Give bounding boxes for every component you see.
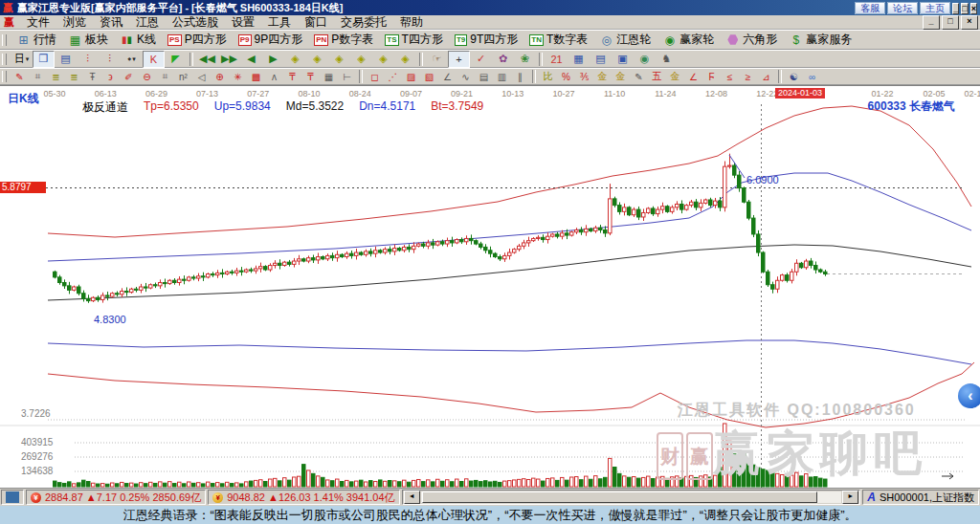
save-icon[interactable]: ▣ bbox=[612, 51, 634, 68]
analyze-tool-icon[interactable]: ❀ bbox=[514, 51, 536, 68]
mark-tool-icon[interactable]: ✓ bbox=[470, 51, 492, 68]
menu-江恩[interactable]: 江恩 bbox=[129, 15, 166, 30]
nav-first-icon[interactable]: ◀◀ bbox=[196, 51, 218, 68]
draw-wave-icon[interactable]: ʌ bbox=[265, 69, 283, 85]
mini-kline2-icon[interactable]: ⫶ bbox=[99, 51, 121, 68]
draw-ge-icon[interactable]: ≥ bbox=[739, 69, 757, 85]
close-button[interactable]: × bbox=[970, 3, 977, 14]
taiji-icon[interactable]: ☯ bbox=[785, 69, 803, 85]
draw-rail-icon[interactable]: ⊢ bbox=[338, 69, 356, 85]
draw-five-icon[interactable]: 五 bbox=[648, 69, 666, 85]
draw-par-icon[interactable]: ∥ bbox=[511, 69, 529, 85]
winner-wheel-button[interactable]: ◉赢家轮 bbox=[657, 31, 720, 49]
menu-设置[interactable]: 设置 bbox=[225, 15, 261, 30]
menu-公式选股[interactable]: 公式选股 bbox=[166, 15, 225, 30]
web-icon[interactable]: ◉ bbox=[634, 51, 656, 68]
draw-hlines2-icon[interactable]: ≣ bbox=[65, 69, 83, 85]
draw-f-icon[interactable]: Ϝ bbox=[702, 69, 721, 85]
draw-angle2-icon[interactable]: ∠ bbox=[438, 69, 457, 85]
gann-wheel-button[interactable]: ◎江恩轮 bbox=[593, 31, 657, 49]
titlebar-link-1[interactable]: 客服 bbox=[855, 2, 885, 14]
p-square-button[interactable]: PSP四方形 bbox=[162, 31, 233, 49]
draw-circle-icon[interactable]: ⊖ bbox=[138, 69, 156, 85]
hexagon-button[interactable]: 六角形 bbox=[720, 31, 783, 49]
titlebar-link-3[interactable]: 主页 bbox=[920, 2, 950, 14]
draw-box-icon[interactable]: ▩ bbox=[247, 69, 265, 85]
draw-pen-icon[interactable]: ✎ bbox=[11, 69, 29, 85]
p-number-table-button[interactable]: PNP数字表 bbox=[308, 31, 379, 49]
t-square-button[interactable]: TST四方形 bbox=[379, 31, 449, 49]
nav-next-icon[interactable]: ▶ bbox=[262, 51, 284, 68]
zoom-diamond-3-icon[interactable]: ◈ bbox=[328, 51, 350, 68]
t-number-table-button[interactable]: TNT数字表 bbox=[523, 31, 593, 49]
nav-last-icon[interactable]: ▶▶ bbox=[218, 51, 240, 68]
sidebar-drawer-button[interactable]: ‹ bbox=[958, 383, 980, 408]
draw-tri-icon[interactable]: ⊿ bbox=[757, 69, 775, 85]
draw-brush-icon[interactable]: ✎ bbox=[630, 69, 648, 85]
draw-percent5-icon[interactable]: ⅗ bbox=[575, 69, 593, 85]
zoom-diamond-4-icon[interactable]: ◈ bbox=[350, 51, 372, 68]
draw-sine-icon[interactable]: ∿ bbox=[457, 69, 475, 85]
order-icon[interactable]: ♞ bbox=[656, 51, 678, 68]
draw-frame-icon[interactable]: ◻ bbox=[366, 69, 384, 85]
kline-button[interactable]: ▮▮K线 bbox=[114, 31, 162, 49]
grid-view-button[interactable] bbox=[1, 490, 24, 505]
kline-type-icon[interactable]: K bbox=[143, 51, 165, 68]
quote-page-icon[interactable]: ▤ bbox=[55, 51, 77, 68]
draw-angle-icon[interactable]: ◁ bbox=[192, 69, 211, 85]
draw-percent-icon[interactable]: % bbox=[557, 69, 575, 85]
draw-pen2-icon[interactable]: ✐ bbox=[120, 69, 138, 85]
mdi-child-icon[interactable]: 赢 bbox=[4, 15, 14, 30]
draw-tline-icon[interactable]: Ŧ bbox=[83, 69, 101, 85]
scrollbar-track[interactable] bbox=[421, 491, 842, 503]
child-restore-button[interactable]: □ bbox=[942, 15, 959, 30]
draw-fork2-icon[interactable]: ₸ bbox=[301, 69, 320, 85]
quotes-button[interactable]: ⊞行情 bbox=[11, 31, 62, 49]
sh-index-cell[interactable]: ¥ 2884.87 ▲7.17 0.25% 2850.69亿 bbox=[26, 490, 206, 505]
gann-tool-icon[interactable]: ✿ bbox=[492, 51, 514, 68]
menu-窗口[interactable]: 窗口 bbox=[298, 15, 334, 30]
draw-n2-icon[interactable]: n² bbox=[174, 69, 192, 85]
draw-angle3-icon[interactable]: ∠ bbox=[684, 69, 702, 85]
zoom-diamond-5-icon[interactable]: ◈ bbox=[372, 51, 394, 68]
minimize-button[interactable]: _ bbox=[952, 3, 959, 14]
draw-star-icon[interactable]: ✳ bbox=[229, 69, 247, 85]
menu-交易委托[interactable]: 交易委托 bbox=[334, 15, 393, 30]
draw-panel-icon[interactable]: ▤ bbox=[475, 69, 493, 85]
draw-hlines-icon[interactable]: ≣ bbox=[47, 69, 65, 85]
draw-target-icon[interactable]: ⊕ bbox=[211, 69, 229, 85]
zoom-diamond-1-icon[interactable]: ◈ bbox=[284, 51, 306, 68]
menu-文件[interactable]: 文件 bbox=[20, 15, 56, 30]
infinity-icon[interactable]: ∞ bbox=[803, 69, 821, 85]
draw-arc-icon[interactable]: ϶ bbox=[101, 69, 120, 85]
mini-kline-icon[interactable]: ⫶ bbox=[77, 51, 99, 68]
sectors-button[interactable]: ▦板块 bbox=[62, 31, 114, 49]
period-day-dropdown[interactable]: 日▾ bbox=[11, 51, 33, 68]
flag-icon[interactable]: ◤ bbox=[165, 51, 187, 68]
candle-style-dropdown[interactable]: ⬩▾ bbox=[121, 51, 143, 68]
menu-资讯[interactable]: 资讯 bbox=[93, 15, 129, 30]
draw-fork-icon[interactable]: ₸ bbox=[283, 69, 301, 85]
draw-grid-icon[interactable]: ⌗ bbox=[29, 69, 47, 85]
child-minimize-button[interactable]: _ bbox=[923, 15, 940, 30]
zoom-diamond-2-icon[interactable]: ◈ bbox=[306, 51, 328, 68]
menu-帮助[interactable]: 帮助 bbox=[393, 15, 430, 30]
draw-net-icon[interactable]: ▦ bbox=[320, 69, 338, 85]
titlebar-link-2[interactable]: 论坛 bbox=[887, 2, 918, 14]
draw-gold2-icon[interactable]: 金 bbox=[612, 69, 630, 85]
crosshair-tool-icon[interactable]: + bbox=[448, 51, 470, 68]
scrollbar-thumb[interactable] bbox=[422, 491, 817, 503]
draw-shade-icon[interactable]: ▨ bbox=[402, 69, 420, 85]
draw-panel2-icon[interactable]: ▥ bbox=[493, 69, 511, 85]
menu-工具[interactable]: 工具 bbox=[261, 15, 298, 30]
window-mode-icon[interactable]: ❒ bbox=[33, 51, 55, 68]
draw-grid2-icon[interactable]: ⌗ bbox=[156, 69, 174, 85]
draw-fan-icon[interactable]: ⋰ bbox=[384, 69, 402, 85]
draw-ratio-icon[interactable]: 比 bbox=[539, 69, 557, 85]
scroll-right-icon[interactable]: ► bbox=[842, 491, 858, 504]
draw-gold-icon[interactable]: 金 bbox=[593, 69, 612, 85]
report-icon[interactable]: ▤ bbox=[590, 51, 612, 68]
index-quote-cell[interactable]: A SH000001,上证指数 bbox=[862, 490, 979, 505]
pan-tool-icon[interactable]: ☞ bbox=[426, 51, 448, 68]
menu-浏览[interactable]: 浏览 bbox=[56, 15, 93, 30]
